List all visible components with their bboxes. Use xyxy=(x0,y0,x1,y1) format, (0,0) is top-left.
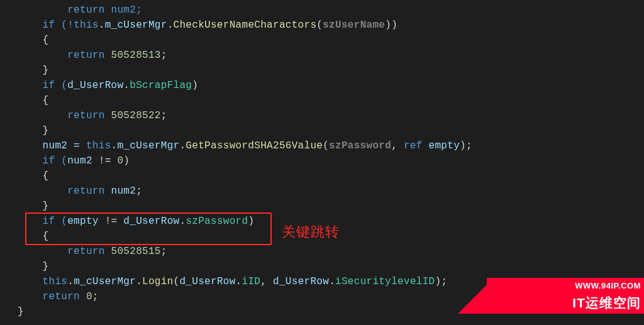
annotation-label: 关键跳转 xyxy=(282,221,340,242)
code-line: { xyxy=(18,168,644,184)
code-line: } xyxy=(18,123,644,138)
code-line: if (d_UserRow.bScrapFlag) xyxy=(18,78,644,93)
code-line: } xyxy=(18,259,644,274)
code-line: return num2; xyxy=(18,184,644,199)
code-line: if (num2 != 0) xyxy=(18,153,644,168)
code-line: { xyxy=(18,33,644,48)
code-line: return num2; xyxy=(18,3,644,18)
code-line: if (!this.m_cUserMgr.CheckUserNameCharac… xyxy=(18,18,644,33)
code-line: return 50528522; xyxy=(18,108,644,123)
code-line: } xyxy=(18,199,644,214)
watermark-url: WWW.94IP.COM xyxy=(487,278,644,293)
code-editor[interactable]: return num2; if (!this.m_cUserMgr.CheckU… xyxy=(0,0,644,319)
watermark-brand: IT运维空间 xyxy=(487,293,644,314)
code-line: num2 = this.m_cUserMgr.GetPasswordSHA256… xyxy=(18,138,644,153)
watermark-banner: WWW.94IP.COM IT运维空间 xyxy=(487,278,644,314)
code-line: { xyxy=(18,93,644,108)
code-line: return 50528513; xyxy=(18,48,644,63)
code-line: } xyxy=(18,63,644,78)
watermark-triangle-icon xyxy=(458,285,487,314)
code-line: return 50528515; xyxy=(18,244,644,259)
